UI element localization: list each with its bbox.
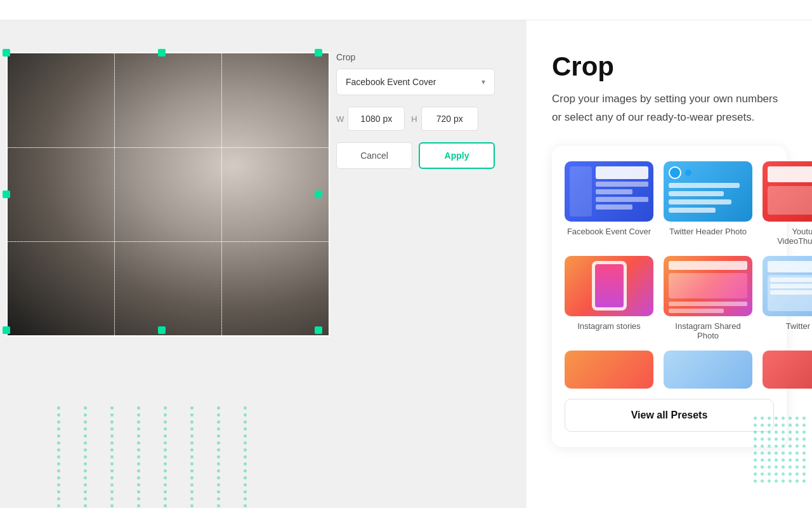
- dot: [782, 479, 785, 483]
- dot: [137, 427, 140, 431]
- dot: [217, 490, 220, 493]
- preset-dropdown[interactable]: Facebook Event Cover ▾: [336, 69, 495, 95]
- dot: [137, 469, 140, 472]
- preset-name-ig-shared: Instagram Shared Photo: [664, 321, 752, 340]
- dot: [802, 424, 806, 427]
- dot: [761, 458, 764, 462]
- dot: [57, 448, 60, 451]
- dot: [775, 444, 778, 448]
- width-input[interactable]: 1080 px: [348, 107, 405, 131]
- handle-top-left[interactable]: [3, 49, 10, 57]
- preset-thumb-youtube: [763, 161, 812, 222]
- dot: [57, 427, 60, 431]
- dot: [802, 444, 806, 448]
- dot: [768, 438, 771, 441]
- dot: [217, 483, 220, 486]
- dot: [802, 417, 806, 420]
- dot: [57, 462, 60, 465]
- dot: [57, 490, 60, 493]
- handle-bottom-left[interactable]: [3, 326, 10, 334]
- dot: [84, 476, 87, 479]
- dot: [190, 434, 193, 438]
- dot: [164, 469, 167, 472]
- tp-line-1: [770, 277, 812, 282]
- dot: [789, 444, 792, 448]
- dot: [217, 476, 220, 479]
- dot: [796, 479, 799, 483]
- dot: [57, 406, 60, 410]
- dot: [110, 497, 114, 500]
- dot: [190, 455, 193, 458]
- dot: [782, 465, 785, 469]
- preset-selected-text: Facebook Event Cover: [346, 77, 436, 87]
- dot: [217, 462, 220, 465]
- handle-bottom-middle[interactable]: [158, 326, 166, 334]
- dot: [137, 413, 140, 417]
- handle-middle-right[interactable]: [315, 190, 322, 198]
- dot: [789, 451, 792, 455]
- handle-bottom-right[interactable]: [315, 326, 322, 334]
- dot: [164, 455, 167, 458]
- dot: [754, 417, 757, 420]
- dot: [84, 504, 87, 507]
- dot: [164, 504, 167, 507]
- handle-top-middle[interactable]: [158, 49, 166, 57]
- preset-card-facebook[interactable]: Facebook Event Cover: [565, 161, 653, 246]
- preset-card-youtube[interactable]: Youtube VideoThumbnail: [763, 161, 812, 246]
- tp-line-3: [770, 290, 812, 295]
- apply-button[interactable]: Apply: [419, 142, 495, 169]
- dot: [244, 469, 247, 472]
- presets-container: Facebook Event Cover: [552, 146, 787, 447]
- dot: [796, 472, 799, 476]
- preset-card-twitter-header[interactable]: Twitter Header Photo: [664, 161, 752, 246]
- preset-card-partial-1[interactable]: [565, 351, 653, 389]
- dot: [137, 406, 140, 410]
- preset-card-ig-shared[interactable]: Instagram Shared Photo: [664, 256, 752, 340]
- dot: [775, 431, 778, 434]
- igsh-thumb-inner: [664, 256, 752, 316]
- dot: [190, 504, 193, 507]
- width-group: W 1080 px: [336, 107, 405, 131]
- dot: [244, 406, 247, 410]
- cancel-button[interactable]: Cancel: [336, 142, 412, 169]
- dot: [796, 444, 799, 448]
- dot: [57, 476, 60, 479]
- view-all-presets-button[interactable]: View all Presets: [565, 399, 774, 432]
- dot: [57, 434, 60, 438]
- dot: [110, 462, 114, 465]
- preset-card-twitter-post[interactable]: Twitter post: [763, 256, 812, 340]
- dot: [802, 458, 806, 462]
- dot: [782, 424, 785, 427]
- right-panel: Crop Crop your images by setting your ow…: [527, 20, 812, 508]
- height-input[interactable]: 720 px: [421, 107, 478, 131]
- dot: [768, 465, 771, 469]
- dot: [754, 424, 757, 427]
- dot: [754, 431, 757, 434]
- tw-dot: [685, 170, 691, 176]
- height-label: H: [411, 114, 417, 124]
- fb-line-4: [596, 204, 632, 210]
- dot: [84, 462, 87, 465]
- dot: [84, 441, 87, 444]
- crop-controls: Crop Facebook Event Cover ▾ W 1080 px H …: [336, 52, 514, 169]
- preset-name-twitter-post: Twitter post: [786, 321, 812, 331]
- dot: [768, 472, 771, 476]
- dot: [57, 420, 60, 424]
- preset-card-ig-stories[interactable]: Instagram stories: [565, 256, 653, 340]
- preset-card-partial-3[interactable]: [763, 351, 812, 389]
- igsh-line-2: [669, 309, 724, 313]
- preset-name-twitter-header: Twitter Header Photo: [669, 227, 747, 236]
- preset-thumb-twitter-header: [664, 161, 752, 222]
- dot: [775, 479, 778, 483]
- dot: [110, 448, 114, 451]
- dot: [190, 497, 193, 500]
- dot: [244, 483, 247, 486]
- handle-middle-left[interactable]: [3, 190, 10, 198]
- dot: [110, 469, 114, 472]
- dot: [190, 483, 193, 486]
- dot: [244, 476, 247, 479]
- handle-top-right[interactable]: [315, 49, 322, 57]
- dot: [217, 448, 220, 451]
- dot: [84, 490, 87, 493]
- preset-card-partial-2[interactable]: [664, 351, 752, 389]
